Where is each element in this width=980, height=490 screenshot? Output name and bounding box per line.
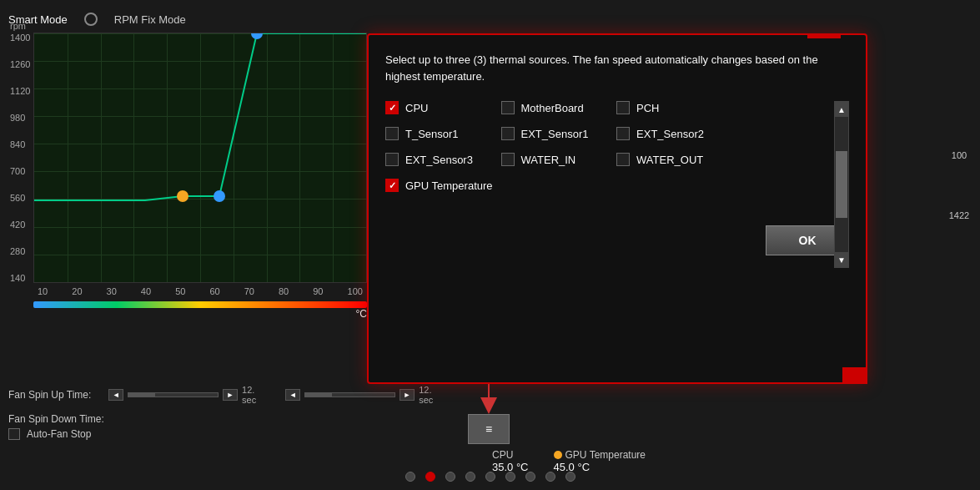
- right-top-value: 100: [952, 150, 967, 160]
- y-label-420: 420: [10, 220, 30, 230]
- bottom-controls: Fan Spin Up Time: ◄ ► 12. sec ◄ ► 12. se…: [0, 385, 384, 440]
- page-dot-1[interactable]: [405, 472, 415, 482]
- spin-up-right-btn[interactable]: ►: [223, 389, 238, 401]
- scrollbar[interactable]: ▲ ▼: [834, 101, 849, 268]
- option-extsensor2: EXT_Sensor2: [616, 127, 724, 140]
- spin-down-label: Fan Spin Down Time:: [8, 413, 104, 425]
- chart-container: 1400 1260 1120 980 840 700 560 420 280 1…: [33, 33, 384, 300]
- option-water-out: WATER_OUT: [616, 153, 724, 166]
- option-motherboard: MotherBoard: [501, 101, 609, 114]
- right-numbers: 100 1422: [938, 150, 980, 220]
- scroll-down-btn[interactable]: ▼: [834, 252, 849, 267]
- checkmark-gpu: ✓: [389, 180, 396, 191]
- y-label-1260: 1260: [10, 59, 30, 69]
- source-button[interactable]: ≡: [468, 414, 510, 444]
- page-dot-4[interactable]: [465, 472, 475, 482]
- rpm-fix-radio[interactable]: [84, 13, 98, 26]
- spin-down-left-btn[interactable]: ◄: [285, 389, 300, 401]
- y-label-560: 560: [10, 193, 30, 203]
- celsius-label: °C: [33, 308, 367, 320]
- rpm-fix-label: RPM Fix Mode: [114, 13, 186, 26]
- label-gpu-temp: GPU Temperature: [405, 179, 493, 192]
- gpu-dot: [554, 451, 562, 459]
- checkbox-motherboard[interactable]: [501, 101, 515, 114]
- spin-labels-row: Fan Spin Down Time:: [8, 413, 375, 425]
- scroll-thumb[interactable]: [836, 151, 847, 218]
- x-10: 10: [38, 286, 48, 296]
- auto-fan-label: Auto-Fan Stop: [27, 428, 91, 440]
- label-pch: PCH: [636, 102, 659, 114]
- checkbox-extsensor2[interactable]: [616, 127, 630, 140]
- x-20: 20: [72, 286, 82, 296]
- spin-down-control: ◄ ► 12. sec: [285, 385, 445, 405]
- label-water-in: WATER_IN: [521, 154, 576, 166]
- option-tsensor1: T_Sensor1: [385, 127, 493, 140]
- checkbox-water-out[interactable]: [616, 153, 630, 166]
- label-extsensor3: EXT_Sensor3: [405, 154, 473, 166]
- label-cpu: CPU: [405, 102, 428, 114]
- label-extsensor2: EXT_Sensor2: [636, 128, 704, 140]
- page-dot-9[interactable]: [565, 472, 575, 482]
- option-extsensor1: EXT_Sensor1: [501, 127, 609, 140]
- label-tsensor1: T_Sensor1: [405, 128, 459, 140]
- dialog-description: Select up to three (3) thermal sources. …: [385, 52, 849, 84]
- rpm-unit-label: rpm: [10, 21, 26, 31]
- spin-down-value: 12. sec: [419, 385, 445, 405]
- x-50: 50: [175, 286, 185, 296]
- y-label-980: 980: [10, 113, 30, 123]
- option-pch: PCH: [616, 101, 724, 114]
- label-motherboard: MotherBoard: [521, 102, 584, 114]
- checkbox-extsensor1[interactable]: [501, 127, 515, 140]
- spin-up-label: Fan Spin Up Time:: [8, 389, 100, 401]
- checkbox-pch[interactable]: [616, 101, 630, 114]
- page-dot-6[interactable]: [505, 472, 515, 482]
- dialog-accent: [807, 33, 841, 38]
- label-extsensor1: EXT_Sensor1: [521, 128, 589, 140]
- x-40: 40: [141, 286, 151, 296]
- x-70: 70: [244, 286, 254, 296]
- x-60: 60: [209, 286, 219, 296]
- y-label-140: 140: [10, 273, 30, 283]
- chart-x-labels: 10 20 30 40 50 60 70 80 90 100: [33, 286, 367, 296]
- right-bottom-value: 1422: [949, 210, 969, 220]
- page-dot-8[interactable]: [545, 472, 555, 482]
- label-water-out: WATER_OUT: [636, 154, 703, 166]
- chart-line: [34, 33, 367, 283]
- checkbox-extsensor3[interactable]: [385, 153, 399, 166]
- x-100: 100: [348, 286, 363, 296]
- checkbox-tsensor1[interactable]: [385, 127, 399, 140]
- ok-btn-row: OK: [369, 217, 866, 264]
- scroll-up-btn[interactable]: ▲: [834, 102, 849, 117]
- options-grid: ✓ CPU MotherBoard PCH: [385, 101, 745, 192]
- checkbox-cpu[interactable]: ✓: [385, 101, 399, 114]
- spin-up-row: Fan Spin Up Time: ◄ ► 12. sec ◄ ► 12. se…: [8, 385, 375, 405]
- auto-fan-checkbox[interactable]: [8, 428, 20, 440]
- temperature-readings: CPU 35.0 °C GPU Temperature 45.0 °C: [492, 449, 646, 473]
- dialog-content: Select up to three (3) thermal sources. …: [369, 35, 866, 217]
- page-dot-5[interactable]: [485, 472, 495, 482]
- spin-up-left-btn[interactable]: ◄: [108, 389, 123, 401]
- x-80: 80: [279, 286, 289, 296]
- x-90: 90: [313, 286, 323, 296]
- y-label-700: 700: [10, 166, 30, 176]
- left-panel: Smart Mode RPM Fix Mode 1400 1260 1120 9…: [0, 0, 384, 490]
- spin-down-right-btn[interactable]: ►: [400, 389, 415, 401]
- page-dot-3[interactable]: [445, 472, 455, 482]
- temperature-bar: [33, 301, 367, 308]
- y-label-1120: 1120: [10, 86, 30, 96]
- option-water-in: WATER_IN: [501, 153, 609, 166]
- dot-70: [251, 33, 263, 39]
- mode-row: Smart Mode RPM Fix Mode: [8, 13, 375, 26]
- main-background: Smart Mode RPM Fix Mode 1400 1260 1120 9…: [0, 0, 980, 490]
- checkbox-water-in[interactable]: [501, 153, 515, 166]
- checkbox-gpu-temp[interactable]: ✓: [385, 179, 399, 192]
- spin-up-value: 12. sec: [242, 385, 269, 405]
- spin-down-track: [304, 392, 395, 397]
- option-cpu: ✓ CPU: [385, 101, 493, 114]
- gpu-temp-reading: GPU Temperature 45.0 °C: [554, 449, 646, 473]
- y-label-280: 280: [10, 246, 30, 256]
- spin-up-control: ◄ ► 12. sec: [108, 385, 269, 405]
- page-dot-2[interactable]: [425, 472, 435, 482]
- chart-y-labels: 1400 1260 1120 980 840 700 560 420 280 1…: [10, 33, 30, 283]
- page-dot-7[interactable]: [525, 472, 535, 482]
